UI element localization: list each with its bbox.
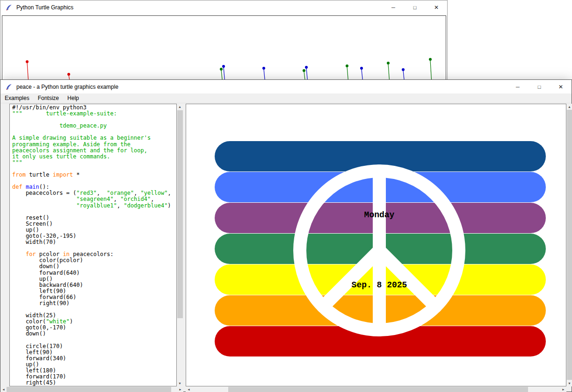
code-token: up() xyxy=(12,276,53,282)
code-token: forward(170) xyxy=(12,373,66,380)
peace-drawing: MondaySep. 8 2025 xyxy=(186,104,566,386)
scrollbar-thumb[interactable] xyxy=(177,110,183,318)
code-token: def xyxy=(12,184,22,190)
peace-demo-titlebar[interactable]: peace - a Python turtle graphics example… xyxy=(0,80,572,93)
window-controls: ─ □ ✕ xyxy=(383,0,447,14)
minimize-button[interactable]: ─ xyxy=(383,0,404,14)
code-token: tdemo_peace.py xyxy=(12,122,107,129)
code-token: , xyxy=(167,190,171,196)
code-line: """ xyxy=(12,160,176,166)
pin-dot xyxy=(67,73,70,76)
code-token: peacecolors: xyxy=(70,251,114,257)
code-token: "dodgerblue4" xyxy=(123,202,167,209)
source-code-text: #!/usr/bin/env python3""" turtle-example… xyxy=(10,104,176,386)
menu-help[interactable]: Help xyxy=(63,95,83,101)
code-token: "orange" xyxy=(107,190,134,196)
code-token: reset() xyxy=(12,214,49,221)
code-token: up() xyxy=(12,361,39,368)
code-token: ) xyxy=(167,202,171,209)
pin-dot xyxy=(305,66,308,69)
code-token: right(45) xyxy=(12,379,56,386)
maximize-button[interactable]: □ xyxy=(529,80,550,93)
code-token: for xyxy=(26,251,36,257)
code-token: goto(-320,-195) xyxy=(12,233,76,239)
code-token: "seagreen4" xyxy=(76,196,113,202)
code-horizontal-scrollbar[interactable]: ◄ ► xyxy=(0,386,183,392)
code-token: left(90) xyxy=(12,288,66,294)
code-token: down() xyxy=(12,330,46,337)
code-line: down() xyxy=(12,331,176,337)
minimize-button[interactable]: ─ xyxy=(507,80,529,93)
code-token: width(25) xyxy=(12,312,56,319)
window-controls: ─ □ ✕ xyxy=(507,80,572,93)
tk-feather-icon xyxy=(5,4,13,11)
scrollbar-thumb[interactable] xyxy=(7,387,171,392)
code-token: * xyxy=(73,171,80,178)
code-token: left(180) xyxy=(12,367,56,374)
code-line: from turtle import * xyxy=(12,172,176,178)
code-token: turtle xyxy=(26,171,53,178)
scroll-down-icon[interactable]: ▼ xyxy=(177,380,183,386)
canvas-label: Monday xyxy=(364,210,395,220)
code-token: right(90) xyxy=(12,300,70,306)
code-token: , xyxy=(97,190,107,196)
code-token: main xyxy=(26,184,39,190)
pin-dot xyxy=(220,68,223,71)
code-token: down() xyxy=(12,263,59,270)
code-line: width(70) xyxy=(12,239,176,245)
canvas-vertical-scrollbar[interactable]: ▲ ▼ xyxy=(566,104,572,386)
code-token xyxy=(12,251,26,257)
canvas-horizontal-scrollbar[interactable]: ◄ ► xyxy=(186,386,566,392)
scroll-right-icon[interactable]: ► xyxy=(177,386,183,392)
close-button[interactable]: ✕ xyxy=(426,0,447,14)
close-button[interactable]: ✕ xyxy=(550,80,572,93)
canvas-label: Sep. 8 2025 xyxy=(352,280,407,290)
code-token: from xyxy=(12,171,26,178)
code-token: in xyxy=(63,251,69,257)
peace-demo-window: peace - a Python turtle graphics example… xyxy=(0,79,572,392)
tk-feather-icon xyxy=(5,83,13,91)
code-token: """ xyxy=(12,159,22,166)
pin-dot xyxy=(262,67,265,70)
code-token: """ turtle-example-suite: xyxy=(12,110,117,117)
code-line: """ turtle-example-suite: xyxy=(12,111,176,117)
code-token: forward(640) xyxy=(12,270,80,276)
code-line: it only uses turtle commands. xyxy=(12,154,176,160)
source-code-pane[interactable]: #!/usr/bin/env python3""" turtle-example… xyxy=(9,104,177,386)
scroll-down-icon[interactable]: ▼ xyxy=(566,380,572,386)
code-token: color( xyxy=(12,318,46,325)
code-token: backward(640) xyxy=(12,282,83,288)
code-token: ) xyxy=(70,318,73,325)
code-token: A simple drawing suitable as a beginner'… xyxy=(12,135,151,141)
scrollbar-thumb[interactable] xyxy=(567,110,572,380)
scroll-up-icon[interactable]: ▲ xyxy=(177,104,183,110)
code-line: tdemo_peace.py xyxy=(12,123,176,129)
menu-fontsize[interactable]: Fontsize xyxy=(34,95,63,101)
code-vertical-scrollbar[interactable]: ▲ ▼ xyxy=(177,104,183,386)
code-token: goto(0,-170) xyxy=(12,324,66,331)
pin-dot xyxy=(26,60,29,63)
drawing-canvas: MondaySep. 8 2025 xyxy=(186,104,566,386)
code-token: width(70) xyxy=(12,239,56,245)
code-token: #!/usr/bin/env python3 xyxy=(12,104,87,111)
scroll-up-icon[interactable]: ▲ xyxy=(566,104,572,110)
code-token xyxy=(12,202,76,209)
scrollbar-thumb[interactable] xyxy=(228,387,528,392)
code-line: "royalblue1", "dodgerblue4") xyxy=(12,203,176,209)
code-line: right(90) xyxy=(12,300,176,306)
scroll-left-icon[interactable]: ◄ xyxy=(186,386,192,392)
code-token: "royalblue1" xyxy=(76,202,117,209)
code-token: pcolor xyxy=(36,251,63,257)
maximize-button[interactable]: □ xyxy=(404,0,426,14)
scroll-left-icon[interactable]: ◄ xyxy=(0,386,7,392)
code-token: "yellow" xyxy=(141,190,168,196)
code-token: "white" xyxy=(46,318,70,325)
pin-dot xyxy=(222,65,225,68)
turtle-graphics-titlebar[interactable]: Python Turtle Graphics ─ □ ✕ xyxy=(0,0,447,14)
menu-examples[interactable]: Examples xyxy=(0,95,34,101)
pin-dot xyxy=(303,69,305,72)
code-token: color(pcolor) xyxy=(12,257,83,264)
code-token: forward(66) xyxy=(12,294,76,300)
scroll-right-icon[interactable]: ► xyxy=(560,386,566,392)
pin-dot xyxy=(360,67,363,70)
